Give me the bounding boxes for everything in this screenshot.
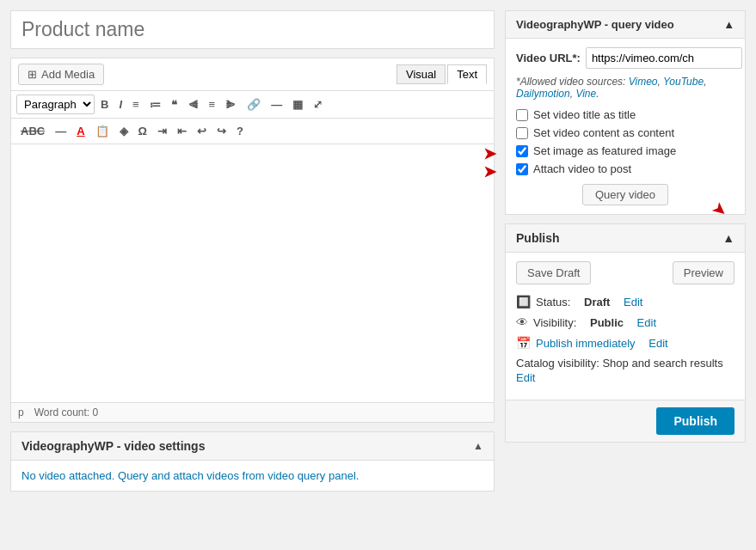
catalog-row: Catalog visibility: Shop and search resu…	[516, 357, 734, 384]
catalog-value: Shop and search results	[602, 357, 722, 370]
strikethrough-button[interactable]: ABC	[16, 122, 49, 140]
paragraph-select[interactable]: Paragraph	[16, 95, 95, 114]
youtube-link[interactable]: YouTube	[663, 76, 704, 88]
redo-button[interactable]: ↪	[212, 122, 230, 140]
catalog-edit-link[interactable]: Edit	[516, 371, 734, 384]
checkbox-set-title[interactable]	[516, 109, 528, 121]
video-url-label: Video URL*:	[516, 52, 581, 64]
checkbox-row-content: Set video content as content	[516, 126, 734, 139]
checkbox-attach-label: Attach video to post	[533, 162, 631, 175]
vimeo-link[interactable]: Vimeo	[629, 76, 658, 88]
paste-text-button[interactable]: 📋	[91, 122, 114, 140]
italic-button[interactable]: I	[114, 95, 126, 113]
video-settings-title: VideographyWP - video settings	[22, 439, 205, 453]
checkbox-set-title-label: Set video title as title	[533, 108, 636, 121]
allowed-sources-text: *Allowed video sources: Vimeo, YouTube, …	[516, 76, 734, 100]
clear-format-button[interactable]: ◈	[115, 122, 132, 140]
outdent-button[interactable]: ⇤	[173, 122, 191, 140]
align-center-button[interactable]: ≡	[205, 95, 220, 113]
checkbox-row-title: Set video title as title	[516, 108, 734, 121]
visibility-label: Visibility:	[533, 316, 576, 329]
red-arrow-image-icon: ➤	[483, 144, 496, 163]
blockquote-button[interactable]: ❝	[167, 95, 181, 113]
fullscreen-button[interactable]: ⤢	[309, 95, 327, 113]
ordered-list-button[interactable]: ≔	[145, 95, 165, 113]
publish-panel: Publish ▲ Save Draft Preview 🔲 Status: D…	[505, 223, 746, 443]
status-icon: 🔲	[516, 295, 531, 309]
visibility-value: Public	[590, 316, 624, 329]
video-settings-panel: VideographyWP - video settings ▲ No vide…	[10, 431, 495, 492]
save-draft-button[interactable]: Save Draft	[516, 261, 591, 284]
hr-button[interactable]: —	[51, 122, 71, 140]
visibility-icon: 👁	[516, 315, 528, 329]
preview-button[interactable]: Preview	[673, 261, 734, 284]
video-settings-header[interactable]: VideographyWP - video settings ▲	[11, 432, 494, 461]
status-label: Status:	[536, 296, 570, 309]
checkboxes-container: Set video title as title Set video conte…	[516, 108, 734, 175]
status-row: 🔲 Status: Draft Edit	[516, 295, 734, 309]
checkbox-attach[interactable]	[516, 163, 528, 175]
red-arrow-attach-icon: ➤	[483, 162, 496, 181]
publish-btn-row: Save Draft Preview	[516, 261, 734, 284]
toolbar-row-1: Paragraph B I ≡ ≔ ❝ ⫷ ≡ ⫸ 🔗 — ▦ ⤢	[11, 91, 494, 119]
more-button[interactable]: —	[267, 95, 286, 113]
publish-timing-edit-link[interactable]: Edit	[648, 337, 667, 350]
align-right-button[interactable]: ⫸	[221, 95, 241, 113]
indent-button[interactable]: ⇥	[153, 122, 171, 140]
product-name-box	[10, 10, 495, 49]
publish-footer: Publish	[506, 400, 745, 442]
video-url-input[interactable]	[586, 47, 742, 69]
timing-row: 📅 Publish immediately Edit	[516, 336, 734, 350]
checkbox-set-image[interactable]	[516, 145, 528, 157]
side-column: VideographyWP - query video ▲ Video URL*…	[505, 10, 746, 540]
status-edit-link[interactable]: Edit	[624, 296, 642, 309]
query-video-body: Video URL*: *Allowed video sources: Vime…	[506, 39, 745, 214]
checkbox-row-attach: ➤ Attach video to post	[516, 162, 734, 175]
query-video-button[interactable]: Query video	[582, 184, 668, 205]
bold-button[interactable]: B	[96, 95, 113, 113]
video-url-row: Video URL*:	[516, 47, 734, 69]
query-video-toggle-icon: ▲	[723, 18, 734, 31]
undo-button[interactable]: ↩	[193, 122, 211, 140]
query-video-title: VideographyWP - query video	[516, 18, 674, 31]
add-media-icon: ⊞	[28, 68, 37, 81]
text-color-button[interactable]: A	[72, 122, 89, 140]
toggle-toolbar-button[interactable]: ▦	[288, 95, 307, 113]
dailymotion-link[interactable]: Dailymotion	[516, 88, 570, 100]
product-name-input[interactable]	[22, 18, 483, 41]
video-settings-content: No video attached. Query and attach vide…	[11, 461, 494, 491]
query-btn-container: Query video ➤	[516, 184, 734, 205]
publish-timing-label[interactable]: Publish immediately	[536, 337, 636, 350]
publish-title: Publish	[516, 231, 560, 245]
toolbar-row-2: ABC — A 📋 ◈ Ω ⇥ ⇤ ↩ ↪ ?	[11, 119, 494, 144]
tab-text[interactable]: Text	[447, 64, 487, 84]
vine-link[interactable]: Vine	[575, 88, 596, 100]
add-media-button[interactable]: ⊞ Add Media	[18, 64, 104, 85]
visibility-edit-link[interactable]: Edit	[637, 316, 656, 329]
add-media-label: Add Media	[41, 68, 95, 81]
align-left-button[interactable]: ⫷	[183, 95, 203, 113]
video-settings-body: No video attached. Query and attach vide…	[22, 469, 359, 482]
tab-visual[interactable]: Visual	[396, 64, 446, 84]
catalog-label: Catalog visibility:	[516, 357, 599, 370]
publish-body: Save Draft Preview 🔲 Status: Draft Edit …	[506, 253, 745, 400]
special-char-button[interactable]: Ω	[134, 122, 151, 140]
editor-tabs: Visual Text	[396, 64, 487, 84]
link-button[interactable]: 🔗	[243, 95, 265, 113]
editor-footer: p Word count: 0	[11, 402, 494, 422]
visibility-row: 👁 Visibility: Public Edit	[516, 315, 734, 329]
checkbox-set-image-label: Set image as featured image	[533, 144, 676, 157]
unordered-list-button[interactable]: ≡	[128, 95, 144, 113]
video-settings-toggle-icon: ▲	[473, 440, 483, 452]
editor-content[interactable]	[11, 144, 494, 402]
query-video-header[interactable]: VideographyWP - query video ▲	[506, 11, 745, 39]
publish-header[interactable]: Publish ▲	[506, 224, 745, 253]
status-value: Draft	[584, 296, 610, 309]
red-arrow-query-icon: ➤	[709, 199, 731, 221]
help-button[interactable]: ?	[232, 122, 248, 140]
checkbox-set-content[interactable]	[516, 127, 528, 139]
publish-toggle-icon: ▲	[722, 231, 734, 245]
word-count: Word count: 0	[34, 406, 98, 419]
editor-box: ⊞ Add Media Visual Text Paragraph B I ≡ …	[10, 58, 495, 423]
publish-button[interactable]: Publish	[656, 407, 734, 435]
